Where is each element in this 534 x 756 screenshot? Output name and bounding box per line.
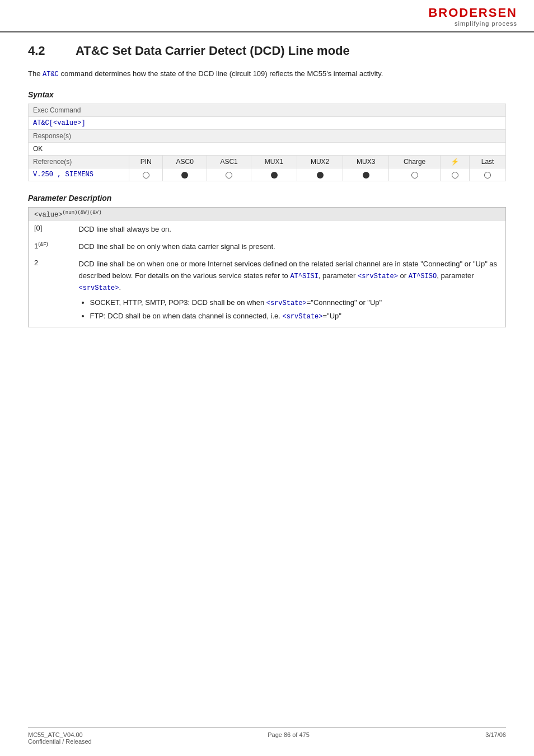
page-footer: MC55_ATC_V04.00 Confidential / Released … (28, 727, 506, 745)
logo-area: BRODERSEN simplifying process (428, 6, 517, 27)
mux1-circle (271, 172, 278, 179)
code-srvstate-connecting: <srvState> (266, 299, 307, 307)
asc1-circle (226, 172, 232, 179)
param-key-1: 1(&F) (29, 238, 73, 256)
param-header-row: <value>(num)(&W)(&V) (29, 208, 506, 222)
intro-paragraph: The AT&C command determines how the stat… (28, 68, 506, 80)
param-row-1: 1(&F) DCD line shall be on only when dat… (29, 238, 506, 256)
code-at-sisi: AT^SISI (290, 273, 318, 280)
response-label-row: Response(s) (29, 130, 506, 143)
charge-circle (411, 172, 418, 179)
mux2-circle (317, 172, 324, 179)
syntax-heading: Syntax (28, 90, 506, 99)
reference-value: V.250 , SIEMENS (29, 168, 129, 181)
last-circle (484, 172, 491, 179)
reference-value-row: V.250 , SIEMENS (29, 168, 506, 181)
param-row-0: [0] DCD line shall always be on. (29, 221, 506, 238)
asc0-indicator (163, 168, 207, 181)
response-label: Response(s) (29, 130, 506, 143)
logo-sub: simplifying process (455, 20, 517, 27)
mux3-circle (363, 172, 369, 179)
reference-label-header: Reference(s) (29, 156, 129, 168)
footer-center: Page 86 of 475 (268, 731, 310, 745)
param-key-2: 2 (29, 256, 73, 327)
code-at-siso: AT^SISO (409, 273, 437, 280)
pin-circle (143, 172, 149, 179)
pin-indicator (129, 168, 163, 181)
exec-command-label-row: Exec Command (29, 104, 506, 117)
bullet-1: SOCKET, HTTP, SMTP, POP3: DCD shall be o… (90, 297, 500, 308)
response-value-row: OK (29, 143, 506, 156)
col-mux2: MUX2 (297, 156, 343, 168)
code-srvstate-1: <srvState> (358, 273, 398, 280)
param-row-2: 2 DCD line shall be on when one or more … (29, 256, 506, 327)
last-indicator (470, 168, 506, 181)
col-asc1: ASC1 (207, 156, 251, 168)
param-header: <value>(num)(&W)(&V) (29, 208, 506, 222)
logo-text: BRODERSEN (428, 6, 517, 20)
exec-command-label: Exec Command (29, 104, 506, 117)
col-charge: Charge (389, 156, 441, 168)
section-number: 4.2 (28, 44, 59, 58)
code-srvstate-up: <srvState> (282, 313, 322, 321)
param-desc-0: DCD line shall always be on. (73, 221, 506, 238)
col-mux3: MUX3 (343, 156, 389, 168)
param-table: <value>(num)(&W)(&V) [0] DCD line shall … (28, 207, 506, 327)
col-special: ⚡ (441, 156, 470, 168)
code-srvstate-2: <srvState> (79, 284, 119, 292)
syntax-table: Exec Command AT&C[<value>] Response(s) O… (28, 104, 506, 181)
main-content: 4.2 AT&C Set Data Carrier Detect (DCD) L… (0, 32, 534, 350)
exec-command-value: AT&C[<value>] (29, 117, 506, 130)
exec-command-value-row: AT&C[<value>] (29, 117, 506, 130)
col-pin: PIN (129, 156, 163, 168)
response-value: OK (29, 143, 506, 156)
special-circle (452, 172, 458, 179)
col-mux1: MUX1 (251, 156, 297, 168)
charge-indicator (389, 168, 441, 181)
footer-confidential: Confidential / Released (28, 738, 92, 745)
column-headers-row: Reference(s) PIN ASC0 ASC1 MUX1 MUX2 MUX… (29, 156, 506, 168)
asc1-indicator (207, 168, 251, 181)
section-heading: 4.2 AT&C Set Data Carrier Detect (DCD) L… (28, 44, 506, 58)
mux1-indicator (251, 168, 297, 181)
intro-text-after: command determines how the state of the … (59, 69, 383, 78)
footer-doc-id: MC55_ATC_V04.00 (28, 731, 92, 738)
asc0-circle (181, 172, 188, 179)
param-description-heading: Parameter Description (28, 194, 506, 203)
bullet-2: FTP: DCD shall be on when data channel i… (90, 311, 500, 322)
mux2-indicator (297, 168, 343, 181)
col-last: Last (470, 156, 506, 168)
footer-date: 3/17/06 (485, 731, 506, 745)
footer-left: MC55_ATC_V04.00 Confidential / Released (28, 731, 92, 745)
param-bullets: SOCKET, HTTP, SMTP, POP3: DCD shall be o… (90, 297, 500, 322)
param-desc-2: DCD line shall be on when one or more In… (73, 256, 506, 327)
special-indicator (441, 168, 470, 181)
section-title: AT&C Set Data Carrier Detect (DCD) Line … (76, 44, 350, 58)
intro-command: AT&C (43, 71, 59, 78)
intro-text-before: The (28, 69, 43, 78)
param-key-0: [0] (29, 221, 73, 238)
param-desc-1: DCD line shall be on only when data carr… (73, 238, 506, 256)
page-header: BRODERSEN simplifying process (0, 0, 534, 32)
mux3-indicator (343, 168, 389, 181)
col-asc0: ASC0 (163, 156, 207, 168)
